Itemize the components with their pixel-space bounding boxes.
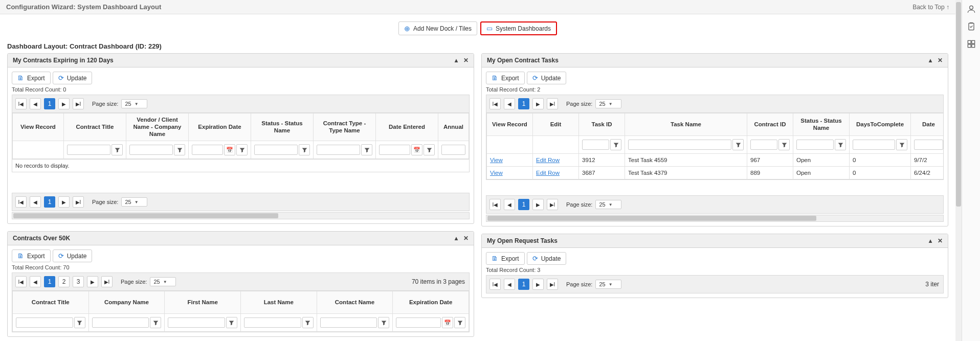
col-contract-title[interactable]: Contract Title (64, 113, 126, 141)
update-button[interactable]: Update (527, 72, 567, 84)
filter-annual[interactable] (441, 145, 465, 155)
export-button[interactable]: Export (486, 252, 525, 265)
page-size-select[interactable]: 25 (595, 200, 621, 209)
col-date[interactable]: Date (911, 113, 944, 136)
filter-icon[interactable] (424, 144, 435, 155)
col-company-name[interactable]: Company Name (88, 291, 165, 314)
filter-days[interactable] (853, 140, 895, 150)
filter-icon[interactable] (150, 317, 161, 328)
pager-last[interactable]: ▶I (101, 276, 113, 287)
grid-icon[interactable] (966, 39, 976, 49)
user-icon[interactable] (966, 4, 976, 14)
col-status[interactable]: Status - Status Name (251, 113, 314, 141)
pager-page-1[interactable]: 1 (518, 98, 529, 109)
filter-contract-title[interactable] (67, 145, 110, 155)
col-last-name[interactable]: Last Name (240, 291, 317, 314)
pager-page-2[interactable]: 2 (58, 276, 70, 287)
filter-contact-name[interactable] (320, 317, 377, 328)
filter-first-name[interactable] (168, 317, 225, 328)
edit-row-link[interactable]: Edit Row (536, 157, 560, 163)
filter-task-id[interactable] (582, 140, 609, 150)
export-button[interactable]: Export (12, 249, 51, 262)
filter-icon[interactable] (610, 139, 621, 150)
col-view-record[interactable]: View Record (487, 113, 533, 136)
pager-prev[interactable]: ◀ (30, 196, 41, 208)
pager-page-3[interactable]: 3 (73, 276, 84, 287)
calendar-icon[interactable] (411, 144, 422, 155)
back-to-top-link[interactable]: Back to Top ↑ (912, 4, 949, 11)
view-link[interactable]: View (490, 157, 503, 163)
close-icon[interactable]: ✕ (463, 57, 469, 64)
filter-icon[interactable] (361, 144, 372, 155)
filter-icon[interactable] (236, 144, 248, 155)
pager-last[interactable]: ▶I (73, 196, 84, 208)
pager-first[interactable]: I◀ (15, 98, 27, 109)
pager-prev[interactable]: ◀ (30, 98, 41, 109)
pager-last[interactable]: ▶I (73, 98, 84, 109)
col-date-entered[interactable]: Date Entered (376, 113, 438, 141)
calendar-icon[interactable] (442, 317, 453, 328)
pager-page-1[interactable]: 1 (518, 279, 529, 290)
page-vertical-scrollbar[interactable] (955, 0, 962, 341)
filter-date[interactable] (914, 140, 943, 150)
col-expiration-date[interactable]: Expiration Date (393, 291, 469, 314)
horizontal-scrollbar[interactable] (486, 215, 944, 222)
close-icon[interactable]: ✕ (938, 57, 943, 64)
pager-prev[interactable]: ◀ (504, 279, 515, 290)
page-size-select[interactable]: 25 (150, 277, 175, 286)
pager-page-1[interactable]: 1 (518, 199, 529, 210)
pager-last[interactable]: ▶I (547, 199, 558, 210)
filter-date-entered[interactable] (379, 145, 410, 155)
filter-status[interactable] (796, 140, 834, 150)
filter-vendor[interactable] (129, 145, 173, 155)
pager-prev[interactable]: ◀ (504, 199, 515, 210)
filter-icon[interactable] (112, 144, 123, 155)
filter-icon[interactable] (454, 317, 465, 328)
export-button[interactable]: Export (12, 72, 51, 84)
pager-next[interactable]: ▶ (532, 199, 544, 210)
col-contract-id[interactable]: Contract ID (747, 113, 793, 136)
filter-icon[interactable] (299, 144, 310, 155)
update-button[interactable]: Update (53, 249, 93, 262)
col-expiration-date[interactable]: Expiration Date (189, 113, 251, 141)
pager-next[interactable]: ▶ (532, 279, 544, 290)
col-task-id[interactable]: Task ID (579, 113, 625, 136)
filter-icon[interactable] (732, 139, 744, 150)
pager-prev[interactable]: ◀ (30, 276, 41, 287)
filter-task-name[interactable] (628, 140, 731, 150)
pager-next[interactable]: ▶ (87, 276, 98, 287)
collapse-icon[interactable]: ▴ (929, 57, 932, 64)
filter-company[interactable] (92, 317, 149, 328)
filter-last-name[interactable] (244, 317, 301, 328)
col-vendor-client[interactable]: Vendor / Client Name - Company Name (126, 113, 189, 141)
filter-exp-date[interactable] (396, 317, 441, 328)
filter-expiration[interactable] (192, 145, 223, 155)
close-icon[interactable]: ✕ (938, 237, 943, 244)
pager-page-1[interactable]: 1 (44, 196, 55, 208)
filter-type[interactable] (317, 145, 360, 155)
system-dashboards-button[interactable]: System Dashboards (480, 21, 557, 35)
page-size-select[interactable]: 25 (121, 197, 147, 207)
filter-status[interactable] (254, 145, 298, 155)
page-size-select[interactable]: 25 (595, 280, 621, 289)
update-button[interactable]: Update (527, 252, 567, 265)
pager-first[interactable]: I◀ (489, 98, 501, 109)
col-days-complete[interactable]: DaysToComplete (850, 113, 911, 136)
calendar-icon[interactable] (224, 144, 235, 155)
col-annual[interactable]: Annual (438, 113, 469, 141)
export-button[interactable]: Export (486, 72, 525, 84)
close-icon[interactable]: ✕ (463, 235, 469, 242)
pager-first[interactable]: I◀ (15, 196, 27, 208)
pager-first[interactable]: I◀ (15, 276, 27, 287)
clipboard-check-icon[interactable] (966, 21, 976, 32)
page-size-select[interactable]: 25 (121, 99, 147, 108)
col-task-name[interactable]: Task Name (625, 113, 747, 136)
filter-icon[interactable] (778, 139, 790, 150)
pager-next[interactable]: ▶ (58, 196, 70, 208)
filter-contract-id[interactable] (750, 140, 777, 150)
horizontal-scrollbar[interactable] (12, 212, 470, 219)
pager-prev[interactable]: ◀ (504, 98, 515, 109)
view-link[interactable]: View (490, 170, 503, 176)
collapse-icon[interactable]: ▴ (455, 235, 458, 242)
col-view-record[interactable]: View Record (13, 113, 64, 141)
